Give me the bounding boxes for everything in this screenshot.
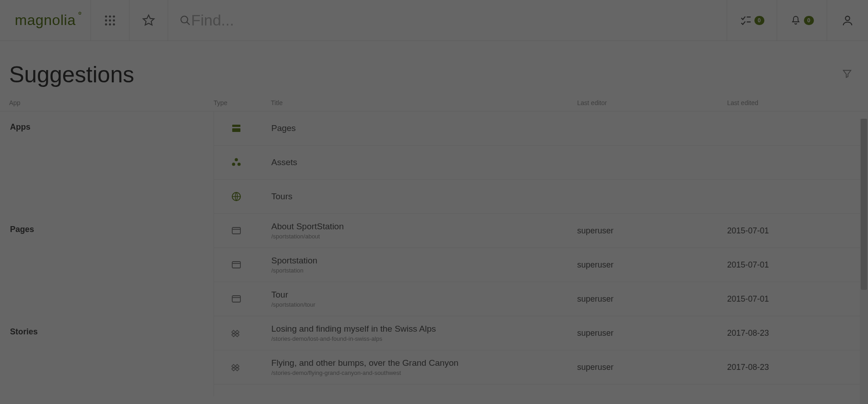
row-title-block: Flying, and other bumps, over the Grand … <box>259 358 577 376</box>
row-title: Assets <box>271 157 577 168</box>
story-icon <box>214 328 259 338</box>
svg-point-13 <box>845 16 849 20</box>
svg-point-6 <box>105 23 107 25</box>
table-row[interactable]: Flying, and other bumps, over the Grand … <box>214 350 868 384</box>
col-header-editor[interactable]: Last editor <box>577 99 727 106</box>
brand-flower-icon: ✿ <box>78 11 82 15</box>
scrollbar-thumb[interactable] <box>861 119 867 290</box>
table-row[interactable]: Tours <box>214 180 868 214</box>
table-row[interactable]: Pages <box>214 111 868 146</box>
group-label: Stories <box>0 316 214 384</box>
filter-button[interactable] <box>842 69 852 81</box>
svg-point-9 <box>181 16 188 23</box>
svg-point-3 <box>105 19 107 21</box>
row-edited: 2017-08-23 <box>727 328 868 338</box>
app-tours-icon <box>214 191 259 202</box>
row-title: Sportstation <box>271 256 577 266</box>
profile-button[interactable] <box>827 0 868 40</box>
group-label: Apps <box>0 111 214 214</box>
app-launcher-button[interactable] <box>91 0 130 40</box>
search-input[interactable] <box>191 11 727 29</box>
row-title: Pages <box>271 123 577 134</box>
table-row[interactable]: Sportstation/sportstationsuperuser2015-0… <box>214 248 868 282</box>
row-title-block: Losing and finding myself in the Swiss A… <box>259 324 577 342</box>
grid-icon <box>104 15 116 26</box>
svg-rect-22 <box>232 262 240 268</box>
row-title-block: Pages <box>259 123 577 134</box>
row-edited: 2015-07-01 <box>727 260 868 270</box>
tasks-button[interactable]: 0 <box>727 0 777 40</box>
row-editor: superuser <box>577 294 727 304</box>
page-icon <box>214 293 259 304</box>
row-title-block: Sportstation/sportstation <box>259 256 577 274</box>
topbar: magnolia ✿ <box>0 0 868 41</box>
row-edited: 2015-07-01 <box>727 226 868 236</box>
svg-point-0 <box>105 15 107 17</box>
app-pages-icon <box>214 123 259 134</box>
search-cell <box>168 0 727 40</box>
row-path: /sportstation <box>271 267 577 274</box>
svg-rect-14 <box>232 125 240 127</box>
col-header-edited[interactable]: Last edited <box>727 99 868 106</box>
row-path: /stories-demo/lost-and-found-in-swiss-al… <box>271 335 577 343</box>
row-edited: 2017-08-23 <box>727 363 868 372</box>
star-icon <box>142 14 155 27</box>
search-icon <box>180 15 191 26</box>
svg-rect-15 <box>232 128 240 132</box>
scrollbar[interactable] <box>860 119 868 404</box>
row-path: /sportstation/about <box>271 233 577 240</box>
row-edited: 2015-07-01 <box>727 294 868 304</box>
svg-rect-20 <box>232 227 240 234</box>
col-header-type[interactable]: Type <box>214 99 258 106</box>
svg-point-4 <box>109 19 111 21</box>
row-title: Tours <box>271 192 577 202</box>
group-label: Pages <box>0 214 214 316</box>
page-icon <box>214 225 259 236</box>
row-editor: superuser <box>577 328 727 338</box>
favorites-button[interactable] <box>130 0 168 40</box>
column-headers: App Type Title Last editor Last edited <box>0 95 868 111</box>
table-row[interactable]: Assets <box>214 146 868 180</box>
svg-rect-24 <box>232 296 240 302</box>
bell-icon <box>790 15 801 26</box>
tasks-icon <box>740 15 752 26</box>
table-row[interactable]: About SportStation/sportstation/aboutsup… <box>214 214 868 248</box>
col-header-app[interactable]: App <box>0 99 214 106</box>
brand-logo[interactable]: magnolia ✿ <box>0 0 91 40</box>
row-path: /stories-demo/flying-grand-canyon-and-so… <box>271 369 577 377</box>
svg-point-16 <box>235 158 238 162</box>
svg-point-7 <box>109 23 111 25</box>
row-title-block: About SportStation/sportstation/about <box>259 222 577 240</box>
filter-icon <box>842 69 852 79</box>
row-editor: superuser <box>577 363 727 372</box>
row-title-block: Assets <box>259 157 577 168</box>
row-title-block: Tours <box>259 192 577 202</box>
suggestions-grid: AppsPagesStories PagesAssetsToursAbout S… <box>0 111 868 396</box>
row-title: Flying, and other bumps, over the Grand … <box>271 358 577 369</box>
svg-point-17 <box>232 163 235 166</box>
svg-point-8 <box>113 23 115 25</box>
notifications-button[interactable]: 0 <box>777 0 827 40</box>
brand-name: magnolia <box>15 12 76 28</box>
suggestions-header: Suggestions <box>0 41 868 95</box>
tasks-badge: 0 <box>754 16 764 25</box>
person-icon <box>841 14 854 27</box>
row-editor: superuser <box>577 226 727 236</box>
svg-line-10 <box>187 22 190 25</box>
svg-point-2 <box>113 15 115 17</box>
svg-point-18 <box>238 163 241 166</box>
table-row[interactable]: Losing and finding myself in the Swiss A… <box>214 316 868 350</box>
row-path: /sportstation/tour <box>271 301 577 308</box>
row-editor: superuser <box>577 260 727 270</box>
svg-point-1 <box>109 15 111 17</box>
suggestions-title: Suggestions <box>9 61 134 88</box>
page-icon <box>214 259 259 270</box>
row-title: Tour <box>271 290 577 300</box>
row-title: Losing and finding myself in the Swiss A… <box>271 324 577 334</box>
notifications-badge: 0 <box>804 16 814 25</box>
row-title-block: Tour/sportstation/tour <box>259 290 577 308</box>
story-icon <box>214 362 259 373</box>
row-title: About SportStation <box>271 222 577 232</box>
col-header-title[interactable]: Title <box>258 99 577 106</box>
table-row[interactable]: Tour/sportstation/toursuperuser2015-07-0… <box>214 282 868 316</box>
